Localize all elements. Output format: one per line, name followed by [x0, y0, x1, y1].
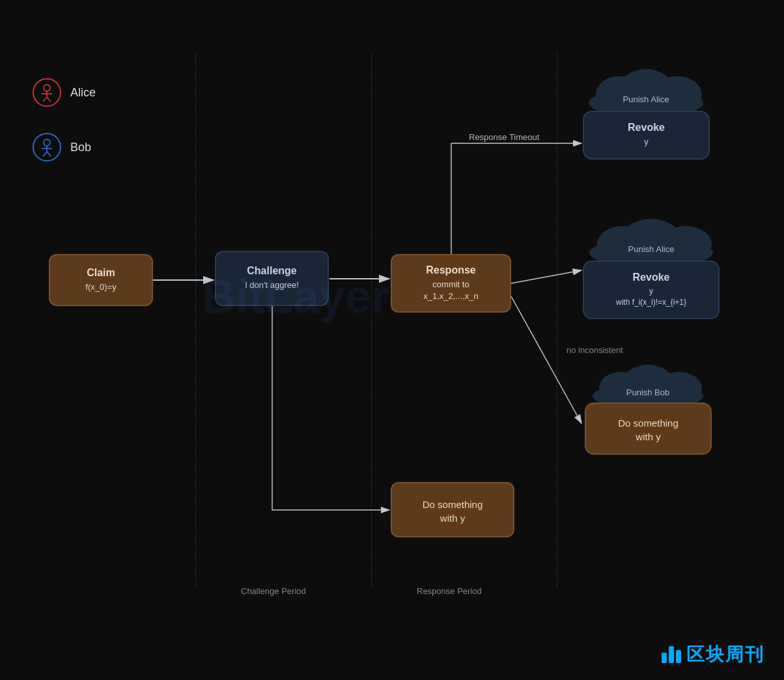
revoke2-group: Punish Alice Revoke y with f_i(x_i)!=x_{…: [583, 215, 720, 319]
alice-icon: [33, 78, 61, 107]
legend: Alice Bob: [33, 78, 96, 162]
svg-text:Response Timeout: Response Timeout: [469, 132, 540, 142]
do-something-challenge-text: Do somethingwith y: [423, 498, 483, 525]
svg-line-9: [47, 152, 51, 156]
response-period-label: Response Period: [417, 586, 482, 596]
revoke1-group: Punish Alice Revoke y: [583, 65, 710, 160]
no-inconsistent-label: no inconsistent: [567, 345, 623, 355]
diagram-container: Alice Bob Claim f(x_0)=y Challenge I don…: [0, 0, 784, 680]
revoke2-node: Revoke y with f_i(x_i)!=x_{i+1}: [583, 261, 720, 319]
svg-line-32: [511, 296, 581, 423]
svg-line-4: [47, 97, 51, 102]
bob-icon: [33, 133, 61, 162]
dashed-line-1: [195, 52, 196, 586]
watermark-text: 区块周刊: [686, 642, 764, 667]
punish-bob-cloud: Punish Bob: [585, 363, 712, 406]
dashed-line-2: [371, 52, 372, 586]
bar3: [676, 650, 681, 663]
revoke1-node: Revoke y: [583, 111, 710, 160]
watermark: 区块周刊: [662, 642, 764, 667]
revoke2-sub: y with f_i(x_i)!=x_{i+1}: [616, 286, 686, 308]
alice-label: Alice: [70, 86, 96, 100]
revoke2-title: Revoke: [633, 272, 670, 283]
bar1: [662, 653, 667, 663]
watermark-bars: [662, 646, 681, 663]
claim-sub: f(x_0)=y: [85, 281, 116, 293]
claim-title: Claim: [87, 267, 115, 279]
dashed-line-3: [557, 52, 557, 586]
do-something-bob-group: Punish Bob Do somethingwith y: [585, 363, 712, 455]
do-something-bob-node: Do somethingwith y: [585, 403, 712, 455]
response-title: Response: [426, 264, 475, 276]
challenge-sub: I don't aggree!: [245, 279, 299, 291]
do-something-challenge-node: Do somethingwith y: [391, 482, 514, 537]
revoke1-sub: y: [644, 136, 649, 148]
legend-alice: Alice: [33, 78, 96, 107]
response-sub: commit to x_1,x_2,...,x_n: [423, 279, 479, 302]
challenge-title: Challenge: [247, 265, 296, 277]
svg-point-5: [44, 139, 50, 146]
bar2: [669, 646, 674, 663]
svg-text:Punish Alice: Punish Alice: [623, 94, 669, 104]
challenge-node: Challenge I don't aggree!: [215, 251, 329, 306]
response-node: Response commit to x_1,x_2,...,x_n: [391, 254, 511, 313]
svg-text:Punish Alice: Punish Alice: [628, 244, 675, 254]
revoke2-cloud: Punish Alice: [583, 215, 720, 264]
svg-line-31: [511, 270, 581, 283]
revoke1-title: Revoke: [628, 122, 665, 134]
svg-point-0: [44, 85, 50, 91]
svg-text:Punish Bob: Punish Bob: [626, 388, 670, 397]
bob-label: Bob: [70, 141, 91, 154]
legend-bob: Bob: [33, 133, 96, 162]
claim-node: Claim f(x_0)=y: [49, 254, 153, 306]
svg-line-3: [43, 97, 47, 102]
svg-line-8: [43, 152, 47, 156]
revoke1-cloud: Punish Alice: [583, 65, 710, 114]
do-something-bob-text: Do somethingwith y: [618, 416, 679, 444]
challenge-period-label: Challenge Period: [241, 586, 306, 596]
